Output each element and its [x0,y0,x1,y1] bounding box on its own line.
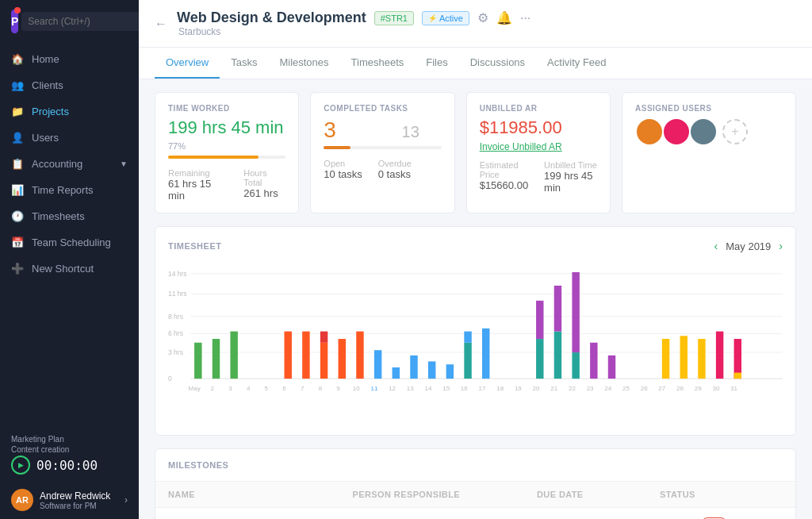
sidebar-item-label: Home [32,53,59,65]
sidebar-item-clients[interactable]: 👥 Clients [0,72,139,98]
svg-rect-33 [554,286,561,332]
sidebar-item-team-scheduling[interactable]: 📅 Team Scheduling [0,229,139,256]
chart-area: 14 hrs 11 hrs 8 hrs 6 hrs 3 hrs 0 Hours [168,260,783,422]
more-icon[interactable]: ··· [520,11,530,25]
team-scheduling-icon: 📅 [11,236,24,248]
svg-rect-25 [428,361,435,379]
stats-row: TIME WORKED 199 hrs 45 min 77% Remaining… [155,92,796,213]
svg-text:May: May [189,385,201,392]
svg-text:3: 3 [228,385,232,392]
bell-icon[interactable]: 🔔 [496,10,512,25]
timer-display: 00:00:00 [11,456,128,475]
svg-text:12: 12 [389,385,396,392]
sidebar-logo[interactable]: P [11,10,18,33]
tab-files[interactable]: Files [415,48,458,79]
tasks-sub: Open 10 tasks Overdue 0 tasks [324,159,441,180]
svg-rect-24 [410,356,417,379]
sidebar-item-accounting[interactable]: 📋 Accounting ▼ [0,151,139,177]
sidebar-item-label: Timesheets [32,210,85,222]
time-reports-icon: 📊 [11,184,24,196]
time-worked-sub: Remaining 61 hrs 15 min Hours Total 261 … [168,168,285,202]
svg-text:16: 16 [461,385,468,392]
user-name: Andrew Redwick [40,490,118,502]
overdue-value: 0 tasks [378,168,412,180]
assigned-users-list: + [635,117,783,146]
sidebar-item-timesheets[interactable]: 🕐 Timesheets [0,203,139,229]
main-content: ← Web Design & Development #STR1 Active … [139,0,812,519]
svg-rect-27 [464,343,471,379]
gear-icon[interactable]: ⚙ [477,10,488,25]
chart-next-button[interactable]: › [779,240,783,252]
sidebar-item-time-reports[interactable]: 📊 Time Reports [0,177,139,203]
sidebar-item-label: Time Reports [32,184,94,196]
tabs: Overview Tasks Milestones Timesheets Fil… [139,48,812,79]
chevron-right-icon[interactable]: › [124,494,128,506]
avatar: AR [11,489,33,511]
svg-rect-40 [698,339,705,379]
svg-text:7: 7 [301,385,304,392]
invoice-unbilled-link[interactable]: Invoice Unbilled AR [480,141,597,152]
col-name: NAME [168,490,353,499]
svg-text:29: 29 [695,385,702,392]
unbilled-time-item: Unbilled Time 199 hrs 45 min [544,160,597,194]
hours-total-value: 261 hrs [243,187,285,199]
nav-items: 🏠 Home 👥 Clients 📁 Projects 👤 Users 📋 Ac… [0,43,139,429]
svg-text:17: 17 [479,385,486,392]
sidebar-header: P 🔍 [0,0,139,43]
completed-num: 3 [324,117,336,143]
svg-rect-36 [590,343,597,379]
svg-rect-19 [320,332,327,343]
content-area: TIME WORKED 199 hrs 45 min 77% Remaining… [139,79,812,519]
svg-text:8: 8 [319,385,323,392]
topbar-info: Web Design & Development #STR1 Active ⚙ … [177,10,530,37]
svg-text:14 hrs: 14 hrs [168,270,187,278]
tab-activity-feed[interactable]: Activity Feed [536,48,617,79]
col-due-date: DUE DATE [537,490,660,499]
home-icon: 🏠 [11,53,24,65]
sidebar-item-home[interactable]: 🏠 Home [0,46,139,72]
chevron-down-icon: ▼ [120,160,128,168]
svg-rect-13 [194,343,201,379]
unbilled-ar-value: $11985.00 [480,117,597,138]
svg-text:23: 23 [587,385,594,392]
svg-text:28: 28 [676,385,684,392]
est-price-value: $15660.00 [480,179,528,191]
svg-text:10: 10 [353,385,360,392]
sidebar-item-label: Projects [32,106,69,117]
project-title: Web Design & Development [177,10,366,26]
open-label: Open [324,159,362,168]
svg-rect-20 [339,339,346,379]
tab-timesheets[interactable]: Timesheets [340,48,416,79]
accounting-icon: 📋 [11,158,24,170]
time-worked-pct: 77% [168,141,285,151]
tab-discussions[interactable]: Discussions [459,48,536,79]
sidebar-item-users[interactable]: 👤 Users [0,125,139,151]
svg-rect-18 [320,343,327,379]
completed-progress-bar [324,146,441,149]
users-icon: 👤 [11,132,24,144]
time-progress-bar [168,156,285,159]
add-user-button[interactable]: + [722,119,748,144]
unbilled-time-label: Unbilled Time [544,160,597,170]
table-row: Project setup Andrew Redwick 03/04/2019 … [155,508,795,519]
topbar: ← Web Design & Development #STR1 Active … [139,0,812,48]
tab-tasks[interactable]: Tasks [220,48,268,79]
sidebar-item-new-shortcut[interactable]: ➕ New Shortcut [0,256,139,282]
search-input[interactable] [21,12,153,31]
tab-milestones[interactable]: Milestones [268,48,339,79]
milestones-title: MILESTONES [155,449,795,482]
tab-overview[interactable]: Overview [155,48,220,79]
sidebar-item-projects[interactable]: 📁 Projects [0,98,139,125]
back-button[interactable]: ← [155,17,167,31]
unbilled-time-value: 199 hrs 45 min [544,170,597,194]
avatar-initials: AR [16,495,29,505]
svg-rect-21 [356,332,363,379]
chart-prev-button[interactable]: ‹ [714,240,718,252]
svg-text:3 hrs: 3 hrs [168,348,183,356]
svg-text:24: 24 [604,385,611,392]
timer-play-button[interactable] [11,456,30,475]
svg-rect-28 [464,332,471,343]
timesheets-icon: 🕐 [11,210,24,222]
sidebar-item-label: Accounting [32,158,82,170]
remaining-label: Remaining [168,168,228,178]
